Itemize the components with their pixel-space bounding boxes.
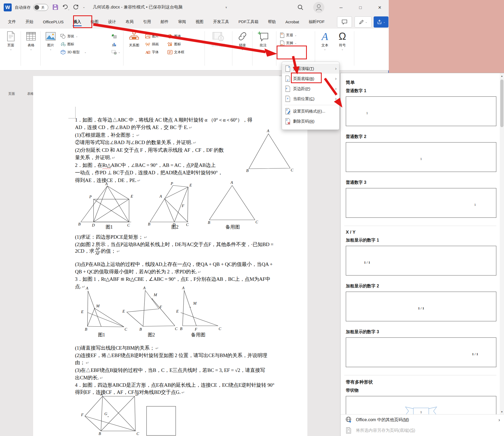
document-line: AD，连接 CD，作∠BAD 的平分线 AE，交 BC 于 E.↵ xyxy=(75,124,192,131)
gallery-scrollbar-thumb[interactable] xyxy=(500,79,503,127)
svg-text:1: 1 xyxy=(420,410,422,414)
figure-p2-fig2: PEAFBDC xyxy=(148,182,205,230)
menu-item-当前位置[interactable]: #当前位置(C)› xyxy=(282,94,339,104)
menu-item-页面顶端[interactable]: #页面顶端(T)› xyxy=(282,64,339,74)
gallery-section-heading: 简单 xyxy=(346,79,496,86)
symbol-label: 符号 xyxy=(335,43,350,48)
gallery-item-label: 普通数字 2 xyxy=(346,134,496,140)
document-line: (2)分别延长 CD 和 AE 交于点 F，用等式表示线段 AF，CF，DF 的… xyxy=(75,147,224,154)
svg-text:A: A xyxy=(182,286,185,290)
editing-mode-button[interactable]: ⌄ xyxy=(355,16,372,28)
figure-p3-fig2: AMFEBC xyxy=(122,286,178,339)
maximize-button[interactable]: □ xyxy=(352,0,369,15)
gallery-item-普通数字 1[interactable]: 1 xyxy=(346,96,496,126)
gallery-item-label: 加粗显示的数字 2 xyxy=(346,283,496,289)
svg-text:F: F xyxy=(194,327,197,331)
svg-text:E: E xyxy=(130,194,133,198)
menu-item-页面底端[interactable]: #页面底端(B)› xyxy=(282,74,339,84)
document-line: 2．如图，在Rt△ABC中，∠BAC = 90°，AB = AC，点P是AB边上 xyxy=(75,162,216,169)
scroll-down-icon[interactable]: ▼ xyxy=(500,411,504,413)
paragraph-mark: ↵ xyxy=(193,141,196,145)
svg-text:#: # xyxy=(286,119,288,121)
svg-text:P: P xyxy=(170,182,173,186)
submenu-arrow-icon: › xyxy=(335,86,337,91)
document-line: 量关系，并证明.↵ xyxy=(75,154,115,161)
figure-p4-square: ADFGBC xyxy=(74,393,180,436)
document-line: (3)点P在AB边上运动的过程中，线段AD上存在一点Q，使QA + QB + Q… xyxy=(75,261,273,268)
gallery-item-带状物[interactable]: 1 xyxy=(346,396,496,415)
menu-item-删除页码[interactable]: #删除页码(R) xyxy=(282,116,339,126)
gallery-item-普通数字 3[interactable]: 1 xyxy=(346,188,496,218)
text-label: 文本 xyxy=(317,43,332,48)
svg-text:A: A xyxy=(143,286,146,290)
svg-text:C: C xyxy=(255,220,258,224)
minimize-button[interactable]: ─ xyxy=(333,0,350,15)
banner-shape: 1 xyxy=(404,406,438,415)
gallery-item-普通数字 2[interactable]: 1 xyxy=(346,142,496,172)
tab-福昕PDF[interactable]: 福昕PDF xyxy=(305,17,328,27)
figure-problem1-triangle: ABC xyxy=(245,128,294,173)
svg-text:M: M xyxy=(96,304,100,308)
menu-item-设置页码格式[interactable]: #设置页码格式(F)... xyxy=(282,106,339,116)
scroll-up-icon[interactable]: ▲ xyxy=(500,75,504,77)
document-line: (1)①根据题意，补全图形；↵ xyxy=(75,132,140,139)
figure-caption: 备用图 xyxy=(226,224,240,230)
paragraph-mark: ↵ xyxy=(198,270,201,274)
svg-text:B: B xyxy=(78,222,81,226)
gallery-item-加粗显示的数字 3[interactable]: 1 / 1 xyxy=(346,337,496,367)
close-button[interactable]: ✕ xyxy=(371,0,388,15)
comments-button[interactable] xyxy=(337,16,352,28)
gallery-footer-office-com[interactable]: Office.com 中的其他页码(M)› xyxy=(341,415,504,425)
document-line: (2)连接EF，将△EBF绕点B逆时针旋转至如图 2 位置，请写出CE与BM的关… xyxy=(75,352,267,359)
preview-page-number: 1 xyxy=(420,157,422,161)
submenu-arrow-icon: › xyxy=(335,76,337,81)
figure-p2-backup: ABC xyxy=(206,181,259,228)
document-line: 出CM的长.↵ xyxy=(75,374,103,381)
document-line: (1)请直接写出线段CE与BM的关系；↵ xyxy=(75,345,159,352)
globe-icon xyxy=(345,416,352,423)
gallery-content: 简单普通数字 11普通数字 21普通数字 31X / Y加粗显示的数字 11 /… xyxy=(341,73,500,415)
figure-caption: 图2 xyxy=(148,332,155,338)
screenshot-root: W 自动保存 关 ⌄ ⌄ 几何试卷.docx - 兼容性模式 • 已保存到这台电… xyxy=(0,0,504,436)
document-line: 2CD，求APAF的值；↵ xyxy=(75,247,120,256)
svg-text:B: B xyxy=(99,431,101,436)
account-avatar[interactable] xyxy=(313,2,324,13)
gallery-item-加粗显示的数字 1[interactable]: 1 / 1 xyxy=(346,246,496,275)
svg-text:P: P xyxy=(89,195,92,199)
text-button[interactable]: A 文本 ⌄ xyxy=(317,30,332,51)
document-line: 由；↵ xyxy=(75,359,89,366)
gallery-footer: Office.com 中的其他页码(M)›将所选内容另存为页码(底端)(S) xyxy=(341,414,504,436)
figure-p3-fig1: AMEBC xyxy=(79,286,127,339)
share-chevron-icon: ⌄ xyxy=(383,21,385,23)
gallery-footer-label: 将所选内容另存为页码(底端)(S) xyxy=(356,428,500,433)
svg-text:C: C xyxy=(127,223,130,227)
gallery-section-separator xyxy=(344,375,496,375)
symbol-button[interactable]: Ω 符号 ⌄ xyxy=(335,30,350,51)
document-line: (3)在△EBF绕点B旋转的过程中，当B，C，E三点共线时，若BC = 3, E… xyxy=(75,367,265,374)
svg-text:B: B xyxy=(180,327,182,331)
gallery-item-加粗显示的数字 2[interactable]: 1 / 1 xyxy=(346,292,496,321)
svg-text:B: B xyxy=(148,222,150,226)
gallery-scrollbar[interactable]: ▲ ▼ xyxy=(500,73,504,415)
share-button[interactable]: ⌄ xyxy=(374,16,388,28)
ribbon-separator xyxy=(354,31,354,66)
page-top-icon: # xyxy=(285,65,290,72)
svg-text:E: E xyxy=(176,309,179,313)
paragraph-mark: ↵ xyxy=(100,376,103,380)
text-chevron-icon: ⌄ xyxy=(317,48,332,51)
figure-caption: 图2 xyxy=(171,224,179,230)
menu-item-label: 页边距(P) xyxy=(293,86,333,91)
page-number-gallery-panel: 简单普通数字 11普通数字 21普通数字 31X / Y加粗显示的数字 11 /… xyxy=(340,73,504,436)
gallery-item-label: 带状物 xyxy=(346,388,496,393)
menu-item-label: 当前位置(C) xyxy=(293,96,333,101)
svg-text:#: # xyxy=(287,97,288,100)
menu-item-label: 设置页码格式(F)... xyxy=(293,109,337,114)
menu-item-label: 页面顶端(T) xyxy=(293,66,333,71)
editing-chevron-icon: ⌄ xyxy=(365,21,367,23)
menu-item-页边距[interactable]: #页边距(P)› xyxy=(282,84,339,94)
svg-text:B: B xyxy=(139,327,142,331)
fraction: APAF xyxy=(95,247,100,256)
svg-text:F: F xyxy=(159,305,162,309)
svg-text:D: D xyxy=(135,393,138,397)
figure-p3-backup: AMEBFC xyxy=(171,286,224,339)
